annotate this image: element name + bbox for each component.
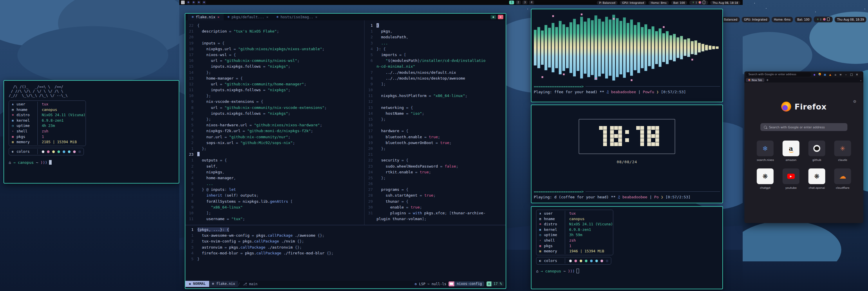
shortcut-chat.openai[interactable]: ❋chat.openai — [809, 169, 825, 190]
extension-icon[interactable] — [818, 73, 822, 76]
text-segment: pkgs — [377, 29, 390, 33]
app-icon[interactable]: ❖ — [192, 1, 195, 4]
search-input[interactable]: Search with Google or enter address — [761, 123, 847, 131]
code-line: 4}: { — [365, 46, 506, 52]
workspace-4[interactable]: 4 — [529, 1, 534, 4]
text-segment: tux-nvim-config — [197, 239, 238, 243]
home-icon[interactable]: ⌂ — [834, 73, 837, 76]
shell-prompt[interactable]: ⌂ → canopus ~ ))) — [536, 269, 718, 273]
app-icon[interactable]: ❖ — [197, 1, 201, 4]
fetch-value: NixOS 24.11 (Vicuna) — [38, 112, 86, 118]
terminal-window-fastfetch-2[interactable]: ♟usertux▤hnamecanopus❄distroNixOS 24.11 … — [531, 206, 723, 289]
ping-pill[interactable]: Home: 6ms — [772, 17, 793, 22]
extension-icon[interactable]: ◆ — [813, 73, 816, 76]
shortcut-label: chatgpt — [757, 186, 774, 190]
maximize-button[interactable]: □ — [849, 73, 854, 76]
line-number: 19 — [185, 40, 193, 46]
eye-button[interactable]: ◉ — [491, 15, 496, 19]
text-segment: ... — [377, 41, 388, 45]
text-segment: nur.url — [197, 135, 224, 139]
workspace-3[interactable]: 3 — [523, 1, 527, 4]
line-number: 2 — [365, 34, 373, 40]
code-line: 8 url = "github:nix-community/nix-vscode… — [185, 105, 364, 111]
close-tab-icon[interactable]: × — [217, 15, 219, 19]
app-icon[interactable]: ❖ — [202, 1, 206, 4]
menu-icon[interactable]: ≡ — [839, 73, 842, 76]
url-bar[interactable]: Search with Google or enter address — [746, 72, 811, 77]
shortcut-amazon[interactable]: aamazon — [783, 141, 800, 162]
text-segment: inputs.nixpkgs.follows — [197, 64, 263, 68]
shortcut-chatgpt[interactable]: ❋chatgpt — [757, 169, 774, 190]
tray-pill[interactable]: ↟ᛒ — [689, 1, 708, 5]
battery-pill[interactable]: Bat: 100 — [795, 17, 812, 22]
fetch-row-user: ♟usertux — [536, 211, 613, 216]
close-tab-icon[interactable]: × — [315, 15, 317, 19]
media-icon — [823, 18, 826, 21]
clock-pill[interactable]: Thu Aug 08, 18:39 — [835, 17, 866, 22]
tab-new-tab[interactable]: New Tab — [746, 78, 765, 82]
clock-pill[interactable]: Thu Aug 08, 18:18 — [710, 1, 740, 5]
neovim-window[interactable]: ❄flake.nix× ❄pkgs/default...× ❄hosts/iso… — [185, 13, 506, 289]
gear-icon: ⚙ — [414, 282, 416, 286]
gpu-pill[interactable]: GPU: Integrated — [620, 1, 646, 5]
code-line: 18 nixpkgs.url = "github:nixos/nixpkgs/n… — [185, 46, 364, 52]
editor-pane-pkgs[interactable]: 1{pkgs, ...}: {1 tux-awesome-wm-config =… — [185, 225, 506, 281]
terminal-window-fastfetch[interactable]: /\ /()_ _/==\ \ /==/ / //\ \/\ / \/ \ \/… — [3, 80, 179, 183]
workspace-1[interactable]: 1 — [509, 1, 514, 4]
close-window-button[interactable]: × — [498, 15, 503, 19]
text-segment: = — [406, 111, 411, 116]
code-line: 5 imports = [ — [365, 52, 506, 58]
text-segment: "nixpkgs" — [268, 88, 288, 92]
line-number: 20 — [365, 146, 373, 152]
command-line[interactable] — [185, 287, 506, 291]
metamask-icon[interactable]: ▲ — [828, 73, 832, 76]
list-tabs-icon[interactable]: ⌄ — [860, 79, 862, 82]
new-tab-button[interactable]: + — [766, 78, 769, 82]
text-segment: }; — [377, 146, 385, 151]
editor-pane-iso[interactable]: 1{1 pkgs,2 modulesPath,3 ...4}: {5 impor… — [365, 20, 506, 225]
close-tab-icon[interactable]: × — [266, 15, 268, 19]
shortcut-youtube[interactable]: ▶youtube — [783, 169, 800, 190]
terminal-window-cava[interactable]: =====================> Playing: ffee for… — [531, 9, 723, 102]
line-number: 3 — [185, 244, 193, 250]
lines-icon: ≣ — [487, 282, 491, 286]
battery-pill[interactable]: Bat: 100 — [671, 1, 687, 5]
music-separator: =====================> — [534, 84, 720, 89]
firefox-navbar: Search with Google or enter address ◆ ▣ … — [744, 71, 863, 78]
minimize-button[interactable]: – — [844, 73, 848, 76]
shortcut-github[interactable]: github — [809, 141, 825, 162]
terminal-window-clock[interactable]: 08/08/24 =====================> Playing:… — [531, 105, 723, 203]
shell-prompt[interactable]: ⌂ → canopus ~ ))) — [9, 160, 174, 165]
clock-digit — [595, 126, 607, 146]
extension-icon[interactable]: ▣ — [823, 73, 827, 76]
text-segment: nixpkgs-f2k.url — [197, 129, 243, 133]
app-launcher-icon[interactable] — [181, 1, 185, 4]
shortcut-search.nixos[interactable]: ❄search.nixos — [757, 141, 774, 162]
gpu-pill[interactable]: GPU: Integrated — [742, 17, 770, 22]
code-line: 29 thunar = { — [365, 199, 506, 204]
tab-pkgs-default[interactable]: ❄pkgs/default...× — [224, 13, 273, 20]
workspace-2[interactable]: 2 — [516, 1, 521, 4]
tab-hosts-isoimage[interactable]: ❄hosts/isoImag..× — [272, 13, 321, 20]
close-button[interactable]: × — [855, 73, 859, 76]
code-line: 14 }; — [185, 70, 364, 76]
app-icon[interactable]: ❖ — [187, 1, 190, 4]
line-number: 11 — [185, 216, 193, 222]
text-segment: pkgs. — [245, 251, 256, 255]
text-segment: ; — [456, 164, 458, 169]
firefox-window[interactable]: Search with Google or enter address ◆ ▣ … — [744, 71, 863, 223]
power-profile-pill[interactable]: P: Balanced — [597, 1, 618, 5]
line-number: 18 — [365, 134, 373, 140]
line-number: 27 — [365, 187, 373, 193]
shortcut-claude[interactable]: ✳claude — [834, 141, 851, 162]
shortcut-cloudflare[interactable]: ☁cloudflare — [834, 169, 851, 190]
terminal-cursor — [49, 160, 52, 165]
editor-pane-flake[interactable]: 22{21 description = "tux's NixOS Flake";… — [185, 20, 364, 225]
line-number: 6 — [185, 116, 193, 122]
tray-pill[interactable]: ↟ᛒ — [814, 17, 833, 22]
tab-flake-nix[interactable]: ❄flake.nix× — [188, 13, 224, 20]
ping-pill[interactable]: Home: 8ms — [648, 1, 669, 5]
code-line: 11 inputs.nixpkgs.follows = "nixpkgs"; — [185, 87, 364, 93]
text-segment: = — [415, 170, 420, 174]
code-line: 28 ssh.startAgent = true; — [365, 193, 506, 198]
